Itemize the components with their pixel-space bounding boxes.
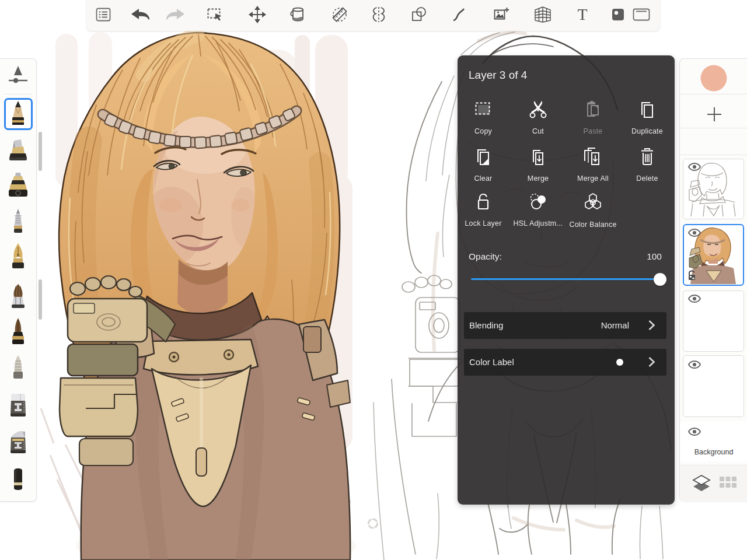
svg-text:T: T: [577, 5, 587, 23]
